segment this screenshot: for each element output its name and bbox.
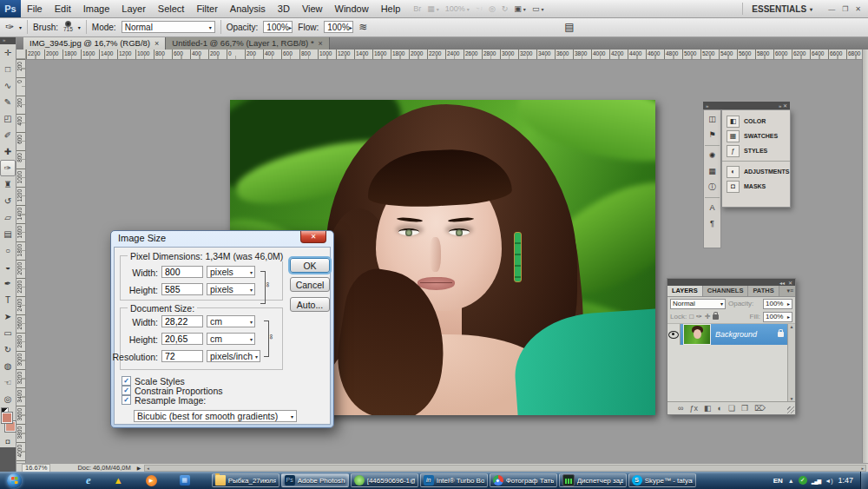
masks-panel[interactable]: ◘MASKS <box>722 179 790 194</box>
layer-opacity-input[interactable]: 100% ▸ <box>763 299 792 309</box>
lock-position-icon[interactable]: ✛ <box>705 313 711 320</box>
taskbar-button[interactable]: Рыбка_27июля2012 <box>212 473 279 487</box>
vertical-ruler[interactable]: 2000200400600800100012001400160018002000… <box>16 59 26 463</box>
hand-tool[interactable]: ☜ <box>0 374 16 391</box>
layer-visibility-toggle[interactable] <box>667 324 681 345</box>
taskbar-button[interactable]: Диспетчер задач W... <box>559 473 627 487</box>
taskbar-button[interactable]: Intel® Turbo Boost ... <box>420 473 488 487</box>
scroll-left-icon[interactable]: ◂ <box>147 466 149 471</box>
layer-style-icon[interactable]: ƒx <box>689 402 698 414</box>
healing-brush-tool[interactable]: ✚ <box>0 143 16 160</box>
lasso-tool[interactable]: ∿ <box>0 77 16 94</box>
minimize-button[interactable]: — <box>828 5 835 13</box>
doc-width-unit-select[interactable]: cm ▾ <box>207 315 255 327</box>
screen-mode-icon[interactable]: ▭▾ <box>532 4 544 13</box>
airbrush-icon[interactable]: ≋ <box>358 21 367 33</box>
menu-3d[interactable]: 3D <box>272 0 296 17</box>
toggle-panel-icon[interactable]: ▤ <box>564 21 574 33</box>
path-selection-tool[interactable]: ➤ <box>0 308 16 325</box>
menu-window[interactable]: Window <box>329 0 375 17</box>
panel-menu-icon[interactable]: ▾≡ <box>786 286 795 296</box>
show-desktop-button[interactable] <box>860 472 868 489</box>
lock-all-icon[interactable] <box>713 314 719 320</box>
taskbar-button[interactable]: Adobe Photoshop C... <box>281 473 349 487</box>
menu-filter[interactable]: Filter <box>190 0 223 17</box>
taskbar-button[interactable]: Фотограф Татьяна ... <box>490 473 557 487</box>
menu-analysis[interactable]: Analysis <box>224 0 272 17</box>
type-tool[interactable]: T <box>0 292 16 308</box>
pixel-height-input[interactable] <box>161 283 203 295</box>
scroll-down-icon[interactable]: ▼ <box>790 396 794 401</box>
pen-tool[interactable]: ✒ <box>0 275 16 292</box>
clone-stamp-tool[interactable]: ♜ <box>0 176 16 193</box>
tab-close-icon[interactable]: × <box>319 39 323 48</box>
tool-preset-arrow-icon[interactable]: ▾ <box>19 24 22 30</box>
pixel-width-input[interactable] <box>161 266 203 278</box>
hidden-icons-chevron[interactable]: ▲ <box>788 478 794 484</box>
photo-icon[interactable]: ▦ <box>705 166 720 177</box>
scroll-right-icon[interactable]: ▸ <box>861 466 864 471</box>
menu-edit[interactable]: Edit <box>49 0 77 17</box>
lock-transparency-icon[interactable]: □ <box>689 313 694 320</box>
doc-height-unit-select[interactable]: cm ▾ <box>207 333 255 345</box>
start-button[interactable] <box>7 473 22 488</box>
gradient-tool[interactable]: ▤ <box>0 226 16 242</box>
dialog-close-button[interactable]: ✕ <box>300 231 326 243</box>
document-tab[interactable]: Untitled-1 @ 66,7% (Layer 1, RGB/8) *× <box>166 36 330 50</box>
internet-explorer-icon[interactable]: e <box>86 474 91 486</box>
new-layer-icon[interactable]: ❐ <box>741 402 748 414</box>
mode-select[interactable]: Normal ▾ <box>122 21 215 33</box>
adjustments-panel[interactable]: ◐ADJUSTMENTS <box>722 164 790 179</box>
brush-tool[interactable]: ✑ <box>0 160 16 176</box>
arrange-documents-icon[interactable]: ▣▾ <box>514 4 526 13</box>
horizontal-scrollbar[interactable]: ◂ ▸ <box>144 465 866 472</box>
network-icon[interactable]: ▂▄▆ <box>812 478 820 484</box>
auto-button[interactable]: Auto... <box>290 297 330 312</box>
brush-picker-arrow-icon[interactable]: ▾ <box>78 24 81 30</box>
color-panel[interactable]: ◧COLOR <box>722 114 790 129</box>
layer-thumbnail[interactable] <box>684 325 710 344</box>
status-options-arrow-icon[interactable]: ▶ <box>137 465 141 471</box>
triangle-app-icon[interactable]: ▲ <box>114 474 123 486</box>
menu-layer[interactable]: Layer <box>115 0 152 17</box>
tab-close-icon[interactable]: × <box>155 39 159 48</box>
lock-pixels-icon[interactable]: ✑ <box>696 313 702 320</box>
blue-grid-app-icon[interactable]: ▦ <box>180 475 190 486</box>
media-player-icon[interactable]: ▶ <box>146 475 157 486</box>
flag-icon[interactable]: ⚑ <box>705 129 720 141</box>
flow-input[interactable]: 100% ▸ <box>324 21 353 33</box>
zoom-tool[interactable]: ◎ <box>0 391 16 407</box>
dodge-tool[interactable]: ◒ <box>0 259 16 275</box>
collapse-arrows-icon[interactable]: » <box>706 103 708 109</box>
3d-orbit-tool[interactable]: ◍ <box>0 358 16 374</box>
styles-panel[interactable]: ƒSTYLES <box>722 143 790 158</box>
resize-grip[interactable] <box>787 406 794 413</box>
eraser-tool[interactable]: ▱ <box>0 209 16 226</box>
clock[interactable]: 1:47 <box>838 476 853 485</box>
layers-tab-paths[interactable]: PATHS <box>748 286 779 296</box>
layer-row-background[interactable]: Background <box>667 324 787 345</box>
layers-tab-layers[interactable]: LAYERS <box>667 286 703 296</box>
layer-mask-icon[interactable]: ◧ <box>704 402 712 414</box>
brush-tool-icon[interactable]: ✑ <box>5 21 14 33</box>
collapse-arrows-icon[interactable]: ◂◂ <box>779 280 785 286</box>
ok-button[interactable]: OK <box>290 258 330 273</box>
toolbox-collapse-icon[interactable]: » <box>0 36 16 44</box>
layers-tab-channels[interactable]: CHANNELS <box>703 286 749 296</box>
close-icon[interactable]: ✕ <box>788 280 792 286</box>
adjustment-layer-icon[interactable]: ◐ <box>717 402 721 414</box>
paragraph-icon[interactable]: ¶ <box>705 218 720 229</box>
layer-group-icon[interactable]: ❏ <box>728 402 735 414</box>
link-layers-icon[interactable]: ∞ <box>678 402 683 414</box>
scroll-up-icon[interactable]: ▲ <box>790 324 794 329</box>
3d-rotate-tool[interactable]: ↻ <box>0 341 16 358</box>
menu-image[interactable]: Image <box>77 0 116 17</box>
menu-help[interactable]: Help <box>375 0 407 17</box>
history-brush-tool[interactable]: ↺ <box>0 193 16 209</box>
character-icon[interactable]: A <box>705 202 720 214</box>
sun-icon[interactable]: ✺ <box>705 150 720 162</box>
quick-selection-tool[interactable]: ✎ <box>0 94 16 110</box>
menu-file[interactable]: File <box>21 0 49 17</box>
foreground-color-swatch[interactable] <box>2 413 12 423</box>
security-check-icon[interactable]: ✓ <box>799 476 807 485</box>
